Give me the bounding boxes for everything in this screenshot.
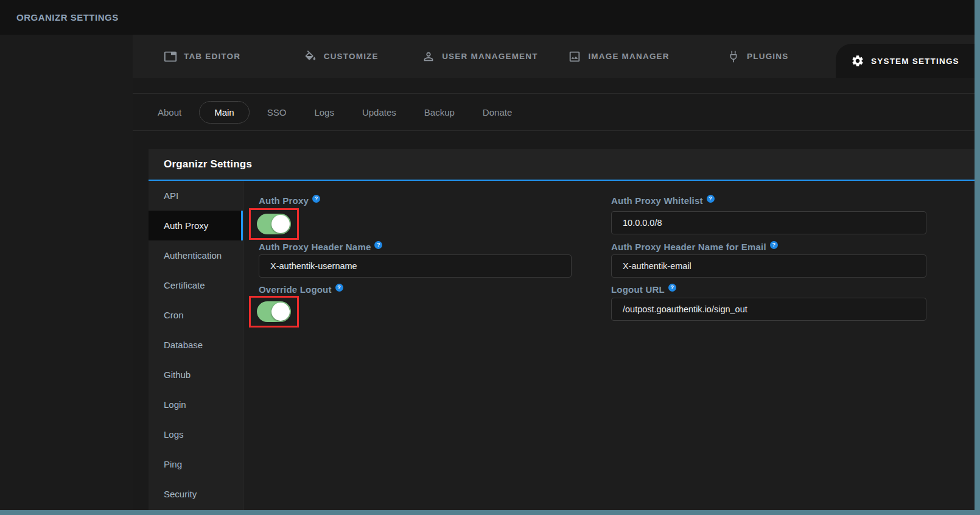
subtab-sso[interactable]: SSO — [257, 101, 297, 124]
organizr-settings-panel: Organizr Settings API Auth Proxy Authent… — [149, 149, 975, 510]
nav-item-logs[interactable]: Logs — [149, 419, 243, 449]
override-logout-label: Override Logout? — [259, 284, 343, 295]
nav-item-database[interactable]: Database — [149, 330, 243, 360]
nav-item-api[interactable]: API — [149, 181, 243, 211]
page-title: ORGANIZR SETTINGS — [16, 12, 119, 23]
help-icon[interactable]: ? — [770, 241, 778, 249]
tab-label: IMAGE MANAGER — [588, 52, 669, 61]
help-icon[interactable]: ? — [312, 195, 320, 203]
settings-tabbar: TAB EDITOR CUSTOMIZE USER MANAGEMENT IMA… — [133, 35, 975, 78]
tab-customize[interactable]: CUSTOMIZE — [271, 35, 410, 78]
override-logout-highlight-box — [249, 296, 299, 328]
logout-url-input[interactable] — [611, 298, 926, 321]
auth-proxy-label: Auth Proxy? — [259, 195, 320, 206]
help-icon[interactable]: ? — [668, 284, 676, 292]
auth-proxy-whitelist-input[interactable] — [611, 211, 926, 234]
settings-content-region: About Main SSO Logs Updates Backup Donat… — [133, 78, 975, 510]
auth-proxy-header-email-label: Auth Proxy Header Name for Email? — [611, 241, 778, 252]
nav-item-cron[interactable]: Cron — [149, 300, 243, 330]
tab-plugins[interactable]: PLUGINS — [688, 35, 827, 78]
person-icon — [422, 50, 435, 63]
nav-item-authentication[interactable]: Authentication — [149, 240, 243, 270]
subtab-backup[interactable]: Backup — [414, 101, 465, 124]
paint-bucket-icon — [304, 50, 317, 63]
toggle-knob — [271, 215, 290, 233]
subtab-bar: About Main SSO Logs Updates Backup Donat… — [133, 93, 975, 131]
nav-item-login[interactable]: Login — [149, 390, 243, 419]
logout-url-label: Logout URL? — [611, 284, 676, 295]
subtab-logs[interactable]: Logs — [304, 101, 345, 124]
help-icon[interactable]: ? — [374, 241, 382, 249]
help-icon[interactable]: ? — [335, 284, 343, 292]
left-gutter — [0, 35, 133, 510]
image-icon — [568, 50, 581, 63]
tab-label: TAB EDITOR — [184, 52, 240, 61]
panel-body: API Auth Proxy Authentication Certificat… — [149, 181, 975, 510]
subtab-main[interactable]: Main — [199, 101, 250, 124]
nav-item-ping[interactable]: Ping — [149, 449, 243, 479]
auth-proxy-whitelist-label: Auth Proxy Whitelist? — [611, 195, 715, 206]
settings-nav-list: API Auth Proxy Authentication Certificat… — [149, 181, 243, 510]
nav-item-auth-proxy[interactable]: Auth Proxy — [149, 211, 243, 240]
tab-label: PLUGINS — [747, 52, 788, 61]
subtab-updates[interactable]: Updates — [352, 101, 407, 124]
help-icon[interactable]: ? — [707, 195, 715, 203]
override-logout-toggle[interactable] — [257, 301, 291, 322]
tab-label: USER MANAGEMENT — [442, 52, 538, 61]
tab-editor-icon — [164, 50, 177, 63]
panel-title: Organizr Settings — [164, 158, 252, 170]
auth-proxy-header-email-input[interactable] — [611, 254, 926, 278]
subtab-donate[interactable]: Donate — [472, 101, 522, 124]
nav-item-security[interactable]: Security — [149, 479, 243, 509]
tab-tab-editor[interactable]: TAB EDITOR — [133, 35, 271, 78]
tab-image-manager[interactable]: IMAGE MANAGER — [550, 35, 688, 78]
toggle-knob — [271, 303, 290, 321]
auth-proxy-header-name-label: Auth Proxy Header Name? — [259, 241, 382, 252]
nav-item-certificate[interactable]: Certificate — [149, 270, 243, 300]
tab-user-management[interactable]: USER MANAGEMENT — [410, 35, 549, 78]
top-header-bar: ORGANIZR SETTINGS — [0, 0, 975, 35]
tab-label: CUSTOMIZE — [324, 52, 379, 61]
subtab-about[interactable]: About — [147, 101, 192, 124]
app-window: ORGANIZR SETTINGS TAB EDITOR CUSTOMIZE U… — [0, 0, 980, 515]
auth-proxy-header-name-input[interactable] — [259, 254, 572, 278]
tab-label: SYSTEM SETTINGS — [871, 57, 959, 66]
panel-header: Organizr Settings — [149, 149, 975, 181]
auth-proxy-form: Auth Proxy? Auth Proxy Whitelist? — [243, 181, 975, 510]
nav-item-github[interactable]: Github — [149, 360, 243, 390]
auth-proxy-toggle[interactable] — [257, 214, 291, 234]
gear-icon — [851, 54, 864, 68]
auth-proxy-highlight-box — [249, 208, 299, 240]
main-area: TAB EDITOR CUSTOMIZE USER MANAGEMENT IMA… — [133, 35, 975, 510]
page-body: TAB EDITOR CUSTOMIZE USER MANAGEMENT IMA… — [0, 35, 975, 510]
plug-icon — [727, 50, 740, 63]
tab-system-settings[interactable]: SYSTEM SETTINGS — [836, 44, 975, 78]
